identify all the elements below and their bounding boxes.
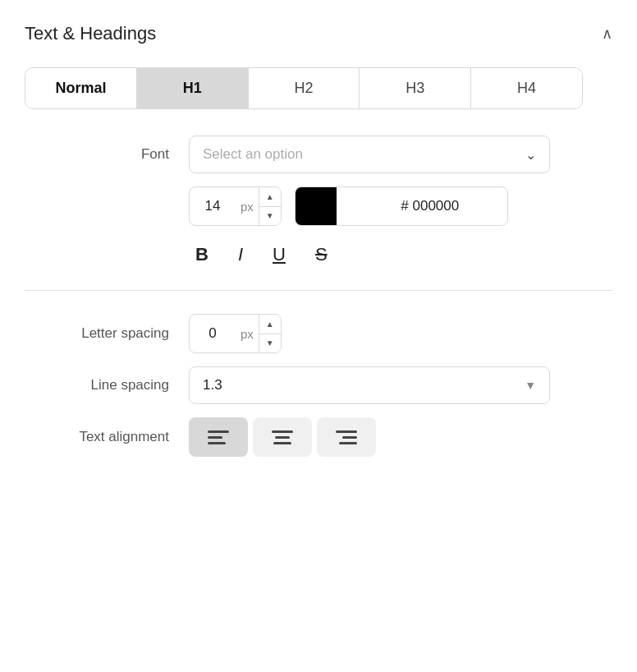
collapse-icon[interactable]: ∧ xyxy=(602,25,612,43)
align-center-button[interactable] xyxy=(253,417,312,457)
font-row: Font Select an option ⌄ xyxy=(25,136,612,173)
letter-spacing-value[interactable] xyxy=(190,325,236,342)
text-headings-panel: Text & Headings ∧ Normal H1 H2 H3 H4 Fon… xyxy=(0,0,637,503)
align-left-button[interactable] xyxy=(189,417,248,457)
font-size-spinners: ▲ ▼ xyxy=(259,187,281,225)
text-alignment-label: Text alignment xyxy=(25,429,189,445)
size-color-row: px ▲ ▼ xyxy=(189,186,612,226)
color-swatch[interactable] xyxy=(296,187,337,225)
color-picker-group[interactable] xyxy=(295,186,508,226)
strikethrough-button[interactable]: S xyxy=(309,239,334,270)
text-alignment-group xyxy=(189,417,376,457)
tab-h3[interactable]: H3 xyxy=(360,68,471,108)
italic-button[interactable]: I xyxy=(231,239,250,270)
color-hex-input[interactable] xyxy=(337,198,508,214)
line-spacing-chevron-icon: ▼ xyxy=(525,379,536,392)
font-size-decrement[interactable]: ▼ xyxy=(259,207,281,226)
font-label: Font xyxy=(25,146,189,163)
letter-spacing-row: Letter spacing px ▲ ▼ xyxy=(25,314,612,353)
font-size-unit: px xyxy=(236,200,259,214)
align-right-button[interactable] xyxy=(317,417,376,457)
svg-rect-1 xyxy=(208,436,222,439)
format-buttons-row: B I U S xyxy=(189,239,612,270)
svg-rect-4 xyxy=(275,436,290,439)
font-section: Font Select an option ⌄ px ▲ ▼ xyxy=(25,136,612,270)
font-size-increment[interactable]: ▲ xyxy=(259,187,281,207)
svg-rect-0 xyxy=(208,430,229,433)
letter-spacing-label: Letter spacing xyxy=(25,325,189,342)
font-select-placeholder: Select an option xyxy=(203,146,303,163)
align-right-icon xyxy=(336,429,357,445)
spacing-section: Letter spacing px ▲ ▼ Line spacing 1.3 ▼… xyxy=(25,314,612,457)
underline-button[interactable]: U xyxy=(266,239,292,270)
text-alignment-row: Text alignment xyxy=(25,417,612,457)
letter-spacing-input-group: px ▲ ▼ xyxy=(189,314,282,353)
align-center-icon xyxy=(272,429,293,445)
bold-button[interactable]: B xyxy=(189,239,215,270)
font-select-dropdown[interactable]: Select an option ⌄ xyxy=(189,136,550,173)
tab-h1[interactable]: H1 xyxy=(137,68,249,108)
letter-spacing-spinners: ▲ ▼ xyxy=(259,315,281,352)
svg-rect-2 xyxy=(208,442,226,444)
letter-spacing-decrement[interactable]: ▼ xyxy=(259,334,281,353)
font-size-value[interactable] xyxy=(190,198,236,214)
tab-normal[interactable]: Normal xyxy=(25,68,137,108)
align-left-icon xyxy=(208,429,229,445)
section-divider xyxy=(25,290,612,291)
svg-rect-8 xyxy=(339,442,357,444)
font-size-input-group: px ▲ ▼ xyxy=(189,186,282,226)
tab-h2[interactable]: H2 xyxy=(249,68,360,108)
svg-rect-6 xyxy=(336,430,357,433)
svg-rect-7 xyxy=(342,436,357,439)
panel-title: Text & Headings xyxy=(25,23,156,44)
svg-rect-3 xyxy=(272,430,293,433)
tab-h4[interactable]: H4 xyxy=(471,68,582,108)
svg-rect-5 xyxy=(273,442,291,444)
line-spacing-value: 1.3 xyxy=(203,377,222,394)
font-chevron-icon: ⌄ xyxy=(525,147,536,163)
tabs-row: Normal H1 H2 H3 H4 xyxy=(25,67,583,109)
line-spacing-row: Line spacing 1.3 ▼ xyxy=(25,366,612,404)
letter-spacing-increment[interactable]: ▲ xyxy=(259,315,281,334)
letter-spacing-unit: px xyxy=(236,327,259,341)
line-spacing-select[interactable]: 1.3 ▼ xyxy=(189,366,550,404)
panel-header: Text & Headings ∧ xyxy=(25,23,612,44)
line-spacing-label: Line spacing xyxy=(25,377,189,394)
